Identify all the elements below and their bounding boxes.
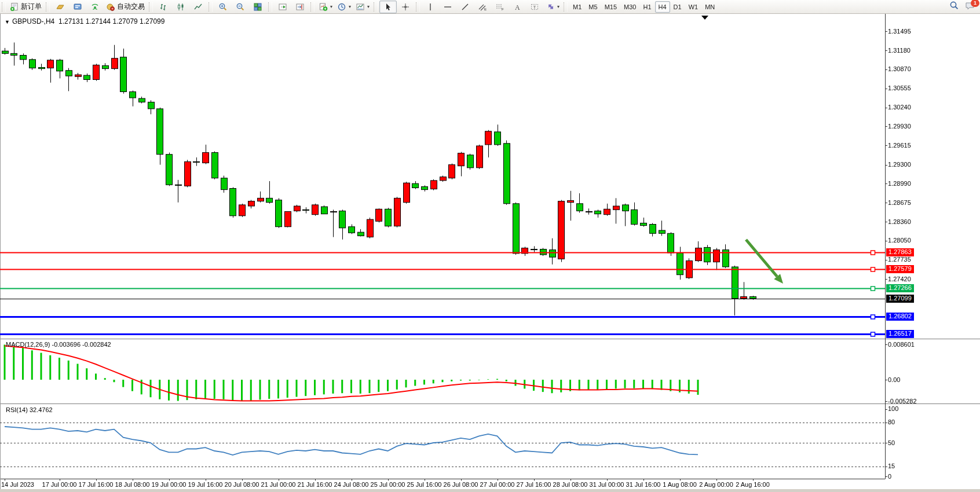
template-icon [356, 2, 365, 12]
toolbar-group-separator [564, 2, 568, 12]
svg-text:A: A [515, 3, 520, 11]
trendline-button[interactable] [456, 1, 474, 13]
autotrading-button-label: 自动交易 [117, 2, 145, 12]
text-button[interactable]: A [509, 1, 526, 13]
clock-icon [337, 2, 346, 12]
fibonacci-icon: F [495, 2, 504, 12]
timeframe-button-h4[interactable]: H4 [655, 1, 670, 13]
toolbar-group-separator [149, 2, 153, 12]
line-chart-icon [193, 2, 203, 12]
signals-icon [90, 2, 100, 12]
bar-chart-button[interactable] [155, 1, 172, 13]
zoom-in-icon [218, 2, 228, 12]
vertical-line-button[interactable] [422, 1, 439, 13]
chevron-down-icon[interactable]: ▾ [367, 4, 370, 9]
timeframe-button-h1[interactable]: H1 [639, 1, 654, 13]
timeframe-button-w1[interactable]: W1 [685, 1, 702, 13]
profiles-button[interactable] [52, 1, 69, 13]
trendline-icon [460, 2, 470, 12]
toolbar: 新订单自动交易▾▾▾EFAT▾M1M5M15M30H1H4D1W1MN1 [0, 0, 980, 14]
candlestick-chart-button[interactable] [172, 1, 189, 13]
periods-button[interactable]: ▾ [335, 1, 353, 13]
text-label-button[interactable]: T [526, 1, 543, 13]
toolbar-group-separator [2, 2, 6, 12]
chat-icon[interactable]: 1 [965, 1, 975, 12]
auto-scroll-icon [278, 2, 287, 12]
timeframe-button-m1[interactable]: M1 [569, 1, 585, 13]
channel-icon: E [478, 2, 487, 12]
signals-button[interactable] [86, 1, 104, 13]
cursor-button[interactable] [379, 1, 397, 13]
indicators-icon [319, 2, 328, 12]
horizontal-line-icon [443, 2, 452, 12]
chevron-down-icon[interactable]: ▾ [557, 4, 560, 9]
tile-windows-icon [253, 2, 262, 12]
profiles-icon [56, 2, 65, 12]
arrows-icon [546, 2, 555, 12]
vertical-line-icon [426, 2, 435, 12]
line-chart-button[interactable] [189, 1, 207, 13]
toolbar-group-separator [416, 2, 420, 12]
channel-button[interactable]: E [474, 1, 491, 13]
new-order-icon [10, 2, 19, 12]
text-label-icon: T [530, 2, 539, 12]
autotrading-button[interactable]: 自动交易 [104, 1, 147, 13]
autotrading-icon [106, 2, 115, 12]
zoom-out-icon [236, 2, 245, 12]
toolbar-group-separator [310, 2, 315, 12]
chart-area[interactable] [0, 0, 980, 492]
tile-windows-button[interactable] [249, 1, 266, 13]
terminal-icon [73, 2, 82, 12]
zoom-in-button[interactable] [214, 1, 232, 13]
svg-text:E: E [484, 8, 487, 11]
zoom-out-button[interactable] [232, 1, 249, 13]
templates-button[interactable]: ▾ [353, 1, 372, 13]
crosshair-icon [401, 2, 410, 12]
new-order-button-label: 新订单 [21, 2, 42, 12]
chart-shift-button[interactable] [291, 1, 309, 13]
chart-shift-icon [295, 2, 305, 12]
toolbar-group-separator [209, 2, 213, 12]
chevron-down-icon[interactable]: ▾ [349, 4, 351, 9]
timeframe-button-m30[interactable]: M30 [620, 1, 639, 13]
text-icon: A [513, 2, 522, 12]
horizontal-line-button[interactable] [439, 1, 456, 13]
crosshair-button[interactable] [397, 1, 414, 13]
svg-text:F: F [502, 8, 504, 11]
auto-scroll-button[interactable] [274, 1, 291, 13]
toolbar-group-separator [374, 2, 378, 12]
notification-badge: 1 [971, 0, 979, 7]
cursor-icon [383, 2, 393, 12]
indicators-button[interactable]: ▾ [316, 1, 335, 13]
timeframe-button-mn[interactable]: MN [701, 1, 718, 13]
new-order-button[interactable]: 新订单 [8, 1, 44, 13]
arrows-button[interactable]: ▾ [543, 1, 562, 13]
svg-text:T: T [533, 5, 536, 10]
search-icon[interactable] [949, 1, 959, 12]
toolbar-group-separator [46, 2, 50, 12]
timeframe-button-m15[interactable]: M15 [601, 1, 620, 13]
toolbar-group-separator [268, 2, 272, 12]
timeframe-button-d1[interactable]: D1 [670, 1, 685, 13]
fibonacci-button[interactable]: F [491, 1, 509, 13]
terminal-button[interactable] [69, 1, 86, 13]
timeframe-button-m5[interactable]: M5 [585, 1, 601, 13]
chevron-down-icon[interactable]: ▾ [330, 4, 332, 9]
trading-platform-window: 新订单自动交易▾▾▾EFAT▾M1M5M15M30H1H4D1W1MN1 ▼GB… [0, 0, 980, 492]
bar-chart-icon [159, 2, 168, 12]
candlestick-chart-icon [176, 2, 185, 12]
